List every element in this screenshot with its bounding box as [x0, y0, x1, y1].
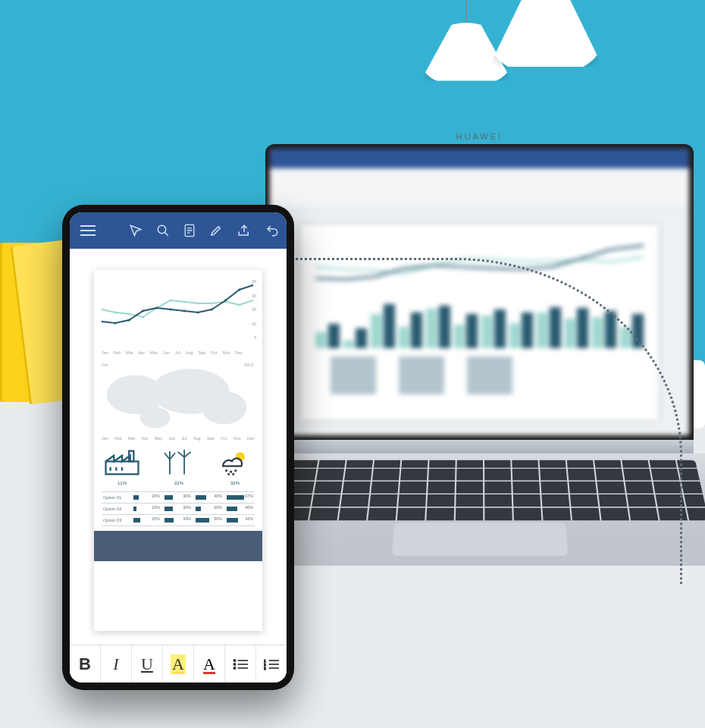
svg-point-54 — [232, 473, 234, 475]
desk-books — [0, 243, 68, 425]
svg-line-47 — [184, 452, 191, 457]
svg-point-5 — [158, 225, 166, 234]
svg-point-25 — [114, 322, 117, 324]
svg-point-27 — [142, 309, 144, 312]
svg-point-26 — [128, 318, 130, 321]
numbered-list-button[interactable]: 123 — [255, 645, 287, 682]
table-row: Option 0210%30%20%40% — [102, 504, 255, 515]
svg-point-51 — [230, 471, 232, 473]
icon-row: 11% 22% — [102, 441, 255, 491]
svg-point-30 — [183, 309, 185, 312]
underline-button[interactable]: U — [131, 645, 162, 682]
wind-turbine-icon: 22% — [160, 450, 198, 485]
table-row: Option 0325%33%50%42% — [102, 515, 255, 526]
svg-point-13 — [114, 311, 117, 313]
svg-point-52 — [234, 469, 237, 472]
svg-line-6 — [164, 232, 168, 236]
line-chart: 403020100 — [102, 279, 255, 349]
svg-point-59 — [233, 667, 236, 669]
laptop-brand: HUAWEI — [404, 132, 556, 141]
svg-line-43 — [170, 453, 175, 460]
bold-button[interactable]: B — [70, 645, 100, 682]
svg-text:3: 3 — [264, 666, 266, 670]
bar-chart — [102, 369, 255, 434]
share-icon[interactable] — [237, 223, 252, 238]
pen-cursor-icon[interactable] — [129, 223, 143, 238]
search-icon[interactable] — [156, 223, 170, 238]
phone: 403020100 JanFebMarAprMayJunJulAugSepOct… — [62, 205, 294, 690]
svg-point-15 — [142, 315, 144, 318]
factory-icon: 11% — [105, 450, 139, 485]
bar-title-right: 2013 — [244, 362, 253, 367]
document-page: 403020100 JanFebMarAprMayJunJulAugSepOct… — [94, 270, 262, 631]
weather-icon: 33% — [218, 450, 252, 485]
svg-point-19 — [197, 302, 199, 304]
options-table: Option 0120%30%40%67%Option 0210%30%20%4… — [102, 491, 255, 526]
page-icon[interactable] — [183, 223, 196, 238]
svg-point-17 — [169, 299, 171, 301]
svg-point-29 — [169, 308, 171, 310]
svg-point-33 — [224, 299, 227, 301]
undo-icon[interactable] — [265, 223, 279, 238]
svg-point-20 — [211, 302, 213, 304]
svg-point-53 — [227, 473, 230, 475]
bar-title-left: Jun — [102, 362, 108, 367]
laptop: HUAWEI — [265, 144, 694, 617]
svg-point-50 — [225, 469, 227, 472]
menu-icon[interactable] — [80, 223, 96, 238]
bullet-list-button[interactable] — [224, 645, 255, 682]
svg-point-34 — [238, 288, 240, 290]
svg-point-22 — [238, 303, 240, 306]
font-color-button[interactable]: A — [193, 645, 224, 682]
svg-point-28 — [155, 306, 158, 309]
svg-point-57 — [233, 663, 236, 665]
svg-point-32 — [211, 308, 213, 310]
svg-rect-37 — [129, 451, 133, 462]
svg-point-31 — [197, 311, 199, 313]
svg-line-46 — [178, 452, 185, 457]
svg-line-42 — [164, 453, 170, 460]
svg-point-18 — [183, 300, 185, 303]
highlight-button[interactable]: A — [162, 645, 193, 682]
draw-icon[interactable] — [209, 223, 223, 238]
svg-point-55 — [233, 659, 236, 661]
italic-button[interactable]: I — [100, 645, 131, 682]
svg-point-14 — [128, 312, 130, 315]
table-row: Option 0120%30%40%67% — [102, 492, 255, 504]
phone-header — [70, 212, 287, 249]
format-toolbar: B I U A A 123 — [70, 645, 287, 682]
